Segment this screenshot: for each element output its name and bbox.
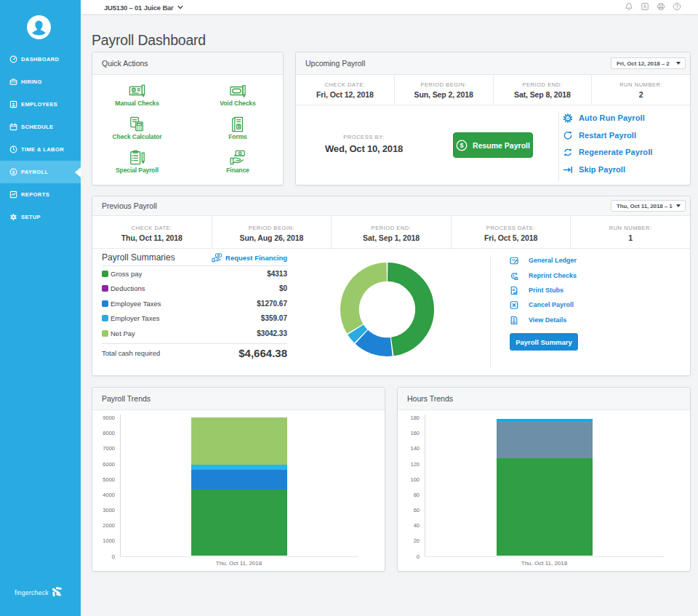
fingercheck-logo-text: fingercheck bbox=[15, 589, 49, 596]
general-ledger-icon bbox=[510, 256, 518, 265]
quick-action-label: Check Calculator bbox=[113, 133, 162, 140]
previous-link-label: View Details bbox=[529, 316, 566, 324]
upcoming-action-0[interactable]: Auto Run Payroll bbox=[563, 109, 652, 127]
x-axis bbox=[120, 556, 358, 557]
resume-payroll-button[interactable]: $ Resume Payroll bbox=[453, 132, 533, 158]
payroll-summaries-head: Payroll Summaries Request Financing bbox=[102, 249, 287, 266]
sidebar: DASHBOARD HIRING EMPLOYEES SC bbox=[0, 0, 81, 616]
legend-label: Deductions bbox=[111, 284, 279, 292]
sidebar-item-5[interactable]: $ PAYROLL bbox=[0, 161, 81, 183]
upcoming-action-1[interactable]: Restart Payroll bbox=[563, 127, 652, 144]
avatar[interactable] bbox=[27, 15, 51, 39]
quick-actions-card: Quick Actions Manual Checks Void Checks … bbox=[92, 52, 284, 185]
sidebar-item-3[interactable]: SCHEDULE bbox=[0, 116, 81, 138]
print-stubs-icon bbox=[510, 286, 518, 295]
previous-link-1[interactable]: $ Reprint Checks bbox=[510, 268, 577, 282]
calendar-icon bbox=[9, 123, 17, 131]
fingercheck-logo: fingercheck bbox=[15, 585, 69, 601]
payroll-summaries: Payroll Summaries Request Financing Gros… bbox=[102, 249, 287, 359]
donut-slice-employer-taxes bbox=[356, 329, 361, 336]
quick-action-4[interactable]: Special Payroll bbox=[89, 145, 185, 179]
stat-label: CHECK DATE: bbox=[296, 81, 394, 88]
previous-link-4[interactable]: $ View Details bbox=[510, 313, 577, 327]
sidebar-item-0[interactable]: DASHBOARD bbox=[0, 48, 81, 71]
sidebar-item-1[interactable]: HIRING bbox=[0, 71, 81, 93]
upcoming-stat-3: RUN NUMBER: 2 bbox=[591, 75, 690, 105]
skip-icon bbox=[563, 164, 573, 175]
stat-label: RUN NUMBER: bbox=[592, 81, 690, 88]
printer-icon[interactable] bbox=[657, 2, 665, 11]
bell-icon[interactable] bbox=[625, 2, 633, 11]
quick-action-3[interactable]: Forms bbox=[190, 111, 286, 145]
svg-text:$: $ bbox=[460, 142, 464, 149]
legend-swatch bbox=[102, 330, 108, 337]
stat-value: 2 bbox=[592, 90, 690, 99]
upcoming-action-label: Auto Run Payroll bbox=[579, 113, 645, 122]
legend-swatch bbox=[102, 315, 108, 321]
previous-payroll-select[interactable]: Thu, Oct 11, 2018 – 1 bbox=[611, 200, 686, 212]
select-caret-icon bbox=[676, 204, 681, 207]
auto-run-icon bbox=[563, 113, 573, 123]
previous-stat-2: PERIOD END: Sat, Sep 1, 2018 bbox=[331, 216, 451, 248]
sidebar-item-label: SETUP bbox=[21, 214, 41, 220]
previous-stat-3: PROCESS DATE: Fri, Oct 5, 2018 bbox=[451, 216, 571, 248]
previous-link-3[interactable]: Cancel Payroll bbox=[510, 297, 577, 312]
sidebar-item-4[interactable]: TIME & LABOR bbox=[0, 138, 81, 161]
upcoming-payroll-select[interactable]: Fri, Oct 12, 2018 – 2 bbox=[611, 57, 686, 69]
process-by-label: PROCESS BY: bbox=[318, 134, 409, 140]
sidebar-item-label: PAYROLL bbox=[21, 169, 48, 175]
quick-action-0[interactable]: Manual Checks bbox=[89, 78, 185, 111]
sidebar-item-7[interactable]: SETUP bbox=[0, 206, 81, 228]
help-icon[interactable] bbox=[673, 2, 681, 11]
sidebar-item-6[interactable]: REPORTS bbox=[0, 183, 81, 206]
y-tick-label: 120 bbox=[398, 460, 420, 467]
quick-action-2[interactable]: Check Calculator bbox=[89, 111, 185, 145]
quick-action-1[interactable]: Void Checks bbox=[190, 78, 286, 111]
bar-segment-overtime-hours bbox=[497, 421, 593, 458]
stat-label: PERIOD END: bbox=[332, 225, 451, 231]
bar-segment-employee-taxes bbox=[191, 470, 287, 489]
briefcase-icon bbox=[9, 78, 17, 86]
donut-slice-employee-taxes bbox=[361, 337, 391, 347]
y-tick-label: 7000 bbox=[93, 445, 115, 452]
y-axis bbox=[425, 415, 425, 556]
stat-label: RUN NUMBER: bbox=[571, 225, 690, 231]
hours-trends-chart: 020406080100120140160180Thu, Oct 11, 201… bbox=[398, 410, 690, 571]
topbar-icons bbox=[625, 0, 681, 12]
svg-text:$: $ bbox=[513, 273, 515, 277]
id-card-icon[interactable] bbox=[641, 2, 649, 11]
legend-label: Employee Taxes bbox=[111, 300, 257, 308]
legend-label: Net Pay bbox=[111, 329, 257, 337]
payroll-trends-card: Payroll Trends 0100020003000400050006000… bbox=[92, 387, 385, 572]
sidebar-nav: DASHBOARD HIRING EMPLOYEES SC bbox=[0, 48, 81, 228]
previous-link-2[interactable]: Print Stubs bbox=[510, 283, 577, 297]
request-financing-link[interactable]: Request Financing bbox=[212, 253, 287, 263]
stat-value: Fri, Oct 12, 2018 bbox=[296, 90, 394, 99]
previous-link-0[interactable]: General Ledger bbox=[510, 253, 577, 268]
previous-payroll-title: Previous Payroll bbox=[102, 201, 157, 210]
legend-value: $0 bbox=[279, 284, 287, 292]
payroll-summary-button[interactable]: Payroll Summary bbox=[510, 333, 578, 351]
finance-icon bbox=[229, 150, 246, 166]
previous-stats: CHECK DATE: Thu, Oct 11, 2018 PERIOD BEG… bbox=[92, 216, 690, 249]
sidebar-item-2[interactable]: EMPLOYEES bbox=[0, 93, 81, 116]
quick-action-label: Finance bbox=[226, 167, 249, 174]
process-by-value: Wed, Oct 10, 2018 bbox=[318, 143, 409, 154]
employees-icon bbox=[9, 100, 17, 108]
bar-segment-net-pay bbox=[191, 417, 287, 464]
select-caret-icon bbox=[676, 62, 681, 65]
stat-value: Sat, Sep 1, 2018 bbox=[332, 233, 451, 242]
bar-segment-employer-taxes bbox=[191, 465, 287, 471]
stat-value: Sat, Sep 8, 2018 bbox=[494, 90, 592, 99]
restart-icon bbox=[563, 130, 573, 140]
upcoming-payroll-title: Upcoming Payroll bbox=[305, 59, 365, 68]
reprint-checks-icon: $ bbox=[510, 271, 518, 280]
upcoming-action-2[interactable]: Regenerate Payroll bbox=[563, 143, 652, 161]
stat-label: PROCESS DATE: bbox=[452, 225, 571, 231]
dollar-circle-icon: $ bbox=[456, 140, 468, 151]
chevron-down-icon bbox=[177, 4, 183, 10]
upcoming-action-3[interactable]: Skip Payroll bbox=[563, 161, 652, 178]
stat-label: CHECK DATE: bbox=[92, 225, 212, 231]
company-selector[interactable]: JU5130 – 01 Juice Bar bbox=[104, 0, 183, 15]
quick-action-5[interactable]: Finance bbox=[190, 145, 286, 179]
